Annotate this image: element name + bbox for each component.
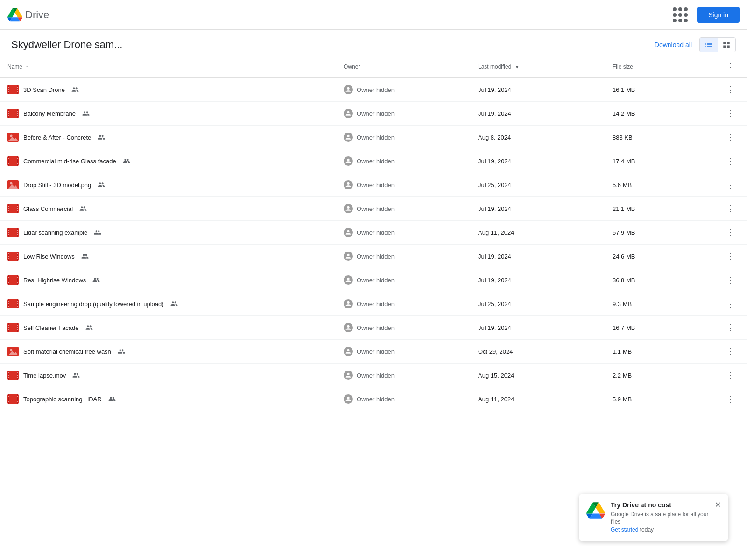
table-row[interactable]: Commercial mid-rise Glass facade Owner h… xyxy=(0,149,747,173)
svg-rect-85 xyxy=(17,303,18,304)
owner-name: Owner hidden xyxy=(357,158,395,165)
sign-in-button[interactable]: Sign in xyxy=(697,7,740,23)
table-row[interactable]: Lidar scanning example Owner hidden Aug … xyxy=(0,221,747,245)
table-row[interactable]: Before & After - Concrete Owner hidden A… xyxy=(0,126,747,149)
file-more-button[interactable]: ⋮ xyxy=(725,297,737,311)
owner-name: Owner hidden xyxy=(357,324,395,331)
svg-rect-82 xyxy=(8,303,9,304)
file-more-button[interactable]: ⋮ xyxy=(725,106,737,120)
svg-rect-17 xyxy=(17,113,18,114)
svg-point-111 xyxy=(347,373,349,375)
shared-icon xyxy=(94,229,101,236)
owner-avatar xyxy=(344,299,353,308)
owner-name: Owner hidden xyxy=(357,277,395,284)
owner-name: Owner hidden xyxy=(357,205,395,212)
file-more-button[interactable]: ⋮ xyxy=(725,154,737,168)
file-modified-cell: Jul 19, 2024 xyxy=(471,316,605,340)
col-header-modified[interactable]: Last modified ▼ xyxy=(471,56,605,78)
file-size-cell: 17.4 MB xyxy=(605,149,717,173)
svg-point-21 xyxy=(10,135,13,137)
file-type-icon xyxy=(7,132,19,143)
svg-rect-75 xyxy=(17,280,18,280)
file-name: Drop Still - 3D model.png xyxy=(23,182,91,189)
file-name-cell: Before & After - Concrete xyxy=(0,126,336,149)
file-type-icon xyxy=(7,346,19,357)
owner-name: Owner hidden xyxy=(357,110,395,117)
col-header-name[interactable]: Name ↑ xyxy=(0,56,336,78)
file-name-cell: Drop Still - 3D model.png xyxy=(0,173,336,197)
file-modified-cell: Aug 15, 2024 xyxy=(471,364,605,387)
file-name-cell: 3D Scan Drone xyxy=(0,78,336,102)
file-owner-cell: Owner hidden xyxy=(336,149,471,173)
svg-rect-29 xyxy=(8,163,9,164)
file-type-icon xyxy=(7,251,19,262)
owner-name: Owner hidden xyxy=(357,372,395,379)
svg-point-121 xyxy=(347,397,349,399)
file-name: Res. Highrise Windows xyxy=(23,277,86,284)
owner-avatar xyxy=(344,275,353,285)
svg-rect-41 xyxy=(8,206,9,207)
svg-rect-105 xyxy=(8,372,9,373)
svg-rect-84 xyxy=(17,301,18,302)
table-row[interactable]: Low Rise Windows Owner hidden Jul 19, 20… xyxy=(0,245,747,268)
file-owner-cell: Owner hidden xyxy=(336,316,471,340)
file-more-cell: ⋮ xyxy=(717,102,747,126)
grid-view-button[interactable] xyxy=(718,38,735,52)
table-row[interactable]: 3D Scan Drone Owner hidden Jul 19, 2024 … xyxy=(0,78,747,102)
svg-rect-13 xyxy=(8,111,9,112)
download-all-button[interactable]: Download all xyxy=(655,41,692,49)
file-more-button[interactable]: ⋮ xyxy=(725,178,737,192)
file-owner-cell: Owner hidden xyxy=(336,78,471,102)
table-row[interactable]: Time lapse.mov Owner hidden Aug 15, 2024… xyxy=(0,364,747,387)
file-name: Glass Commercial xyxy=(23,205,73,212)
file-type-icon xyxy=(7,179,19,190)
file-size-cell: 57.9 MB xyxy=(605,221,717,245)
file-owner-cell: Owner hidden xyxy=(336,197,471,221)
svg-rect-61 xyxy=(8,253,9,254)
table-row[interactable]: Topographic scanning LiDAR Owner hidden … xyxy=(0,387,747,411)
file-more-button[interactable]: ⋮ xyxy=(725,392,737,406)
table-row[interactable]: Res. Highrise Windows Owner hidden Jul 1… xyxy=(0,268,747,292)
file-more-button[interactable]: ⋮ xyxy=(725,368,737,382)
file-more-button[interactable]: ⋮ xyxy=(725,273,737,287)
table-row[interactable]: Sample engineering drop (quality lowered… xyxy=(0,292,747,316)
col-header-more: ⋮ xyxy=(717,56,747,78)
more-options-header-button[interactable]: ⋮ xyxy=(725,60,737,74)
list-view-button[interactable] xyxy=(700,38,718,52)
file-more-button[interactable]: ⋮ xyxy=(725,321,737,335)
file-name-cell: Commercial mid-rise Glass facade xyxy=(0,149,336,173)
video-folder-icon xyxy=(7,85,19,94)
file-more-button[interactable]: ⋮ xyxy=(725,249,737,263)
file-more-button[interactable]: ⋮ xyxy=(725,83,737,97)
app-header: Drive Sign in xyxy=(0,0,747,30)
file-modified-cell: Oct 29, 2024 xyxy=(471,340,605,364)
file-type-icon xyxy=(7,274,19,286)
shared-icon xyxy=(81,252,89,260)
owner-avatar xyxy=(344,85,353,94)
svg-rect-74 xyxy=(17,277,18,278)
file-more-button[interactable]: ⋮ xyxy=(725,202,737,216)
table-row[interactable]: Self Cleaner Facade Owner hidden Jul 19,… xyxy=(0,316,747,340)
file-owner-cell: Owner hidden xyxy=(336,340,471,364)
file-owner-cell: Owner hidden xyxy=(336,292,471,316)
apps-grid-button[interactable] xyxy=(669,4,691,26)
file-more-button[interactable]: ⋮ xyxy=(725,130,737,144)
file-name: Soft material chemical free wash xyxy=(23,348,111,355)
file-name-cell: Glass Commercial xyxy=(0,197,336,221)
list-view-icon xyxy=(705,41,713,49)
file-name: Sample engineering drop (quality lowered… xyxy=(23,301,164,308)
table-row[interactable]: Glass Commercial Owner hidden Jul 19, 20… xyxy=(0,197,747,221)
table-row[interactable]: Soft material chemical free wash Owner h… xyxy=(0,340,747,364)
file-more-cell: ⋮ xyxy=(717,340,747,364)
svg-rect-107 xyxy=(8,377,9,378)
table-row[interactable]: Drop Still - 3D model.png Owner hidden J… xyxy=(0,173,747,197)
svg-rect-64 xyxy=(17,253,18,254)
svg-rect-53 xyxy=(8,234,9,235)
table-row[interactable]: Balcony Membrane Owner hidden Jul 19, 20… xyxy=(0,102,747,126)
file-size-cell: 5.6 MB xyxy=(605,173,717,197)
file-modified-cell: Jul 19, 2024 xyxy=(471,102,605,126)
svg-rect-28 xyxy=(8,161,9,161)
file-more-button[interactable]: ⋮ xyxy=(725,344,737,358)
owner-avatar xyxy=(344,323,353,332)
file-more-button[interactable]: ⋮ xyxy=(725,225,737,239)
